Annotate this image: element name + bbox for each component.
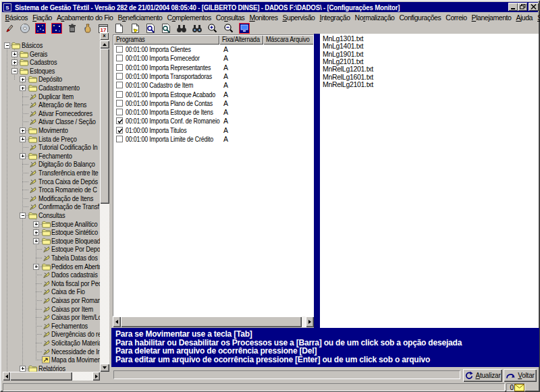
checkbox-unchecked[interactable] — [116, 109, 123, 115]
program-row-01-00-00-importa-titulos[interactable]: 01:00:00 Importa TitulosA — [113, 126, 313, 135]
program-row-00-01-00-importa-representantes[interactable]: 00:01:00 Importa RepresentantesA — [113, 63, 313, 72]
expand-expander[interactable] — [20, 76, 26, 82]
close-button[interactable] — [529, 3, 539, 11]
menu-item-correio[interactable]: Correio — [443, 13, 469, 22]
expand-expander[interactable] — [20, 85, 26, 91]
tree-item-cadastramento[interactable]: Cadastramento — [3, 84, 100, 92]
checkbox-unchecked[interactable] — [116, 64, 123, 71]
tree-vscroll-down[interactable] — [100, 364, 109, 372]
checkbox-unchecked[interactable] — [116, 55, 123, 61]
tree-item-estoque-bloquead[interactable]: Estoque Bloquead — [3, 237, 100, 246]
column-header-fixa-alternada[interactable]: Fixa/Alternada — [219, 35, 263, 45]
program-row-00-01-00-importa-clientes[interactable]: 00:01:00 Importa ClientesA — [113, 45, 313, 54]
expand-expander[interactable] — [20, 153, 26, 159]
menu-item-configuracoes[interactable]: Configurações — [397, 13, 443, 22]
panel-splitter[interactable] — [314, 34, 320, 328]
tree-item-pedidos-em-aberto[interactable]: Pedidos em Aberto — [3, 262, 100, 271]
tree-item-ativar-fornecedores[interactable]: Ativar Fornecedores — [3, 109, 100, 118]
tree-item-cadastros[interactable]: Cadastros — [3, 58, 100, 67]
preview-page2-icon[interactable] — [159, 23, 173, 34]
expand-expander[interactable] — [20, 136, 26, 142]
binoculars-icon[interactable] — [175, 23, 188, 34]
menu-item-ajuda[interactable]: Ajuda — [514, 13, 535, 22]
tree-item-tabela-datas-dos[interactable]: Tabela Datas dos — [3, 254, 100, 262]
column-header-mascara-arquivo[interactable]: Máscara Arquivo — [263, 35, 314, 45]
tree-item-necessidade-de-ir[interactable]: Necessidade de Ir — [3, 347, 100, 356]
table-hscrollbar[interactable] — [113, 316, 314, 327]
checkbox-unchecked[interactable] — [116, 91, 123, 98]
checkbox-unchecked[interactable] — [116, 46, 123, 53]
table-hscroll-thumb[interactable] — [121, 316, 302, 327]
column-header-programas[interactable]: Programas — [113, 35, 219, 45]
tree-item-modificacao-de-itens[interactable]: Modificação de Itens — [3, 194, 100, 203]
tree-item-consultas[interactable]: Consultas — [3, 211, 100, 220]
expand-expander[interactable] — [33, 221, 39, 227]
table-hscroll-right[interactable] — [306, 316, 314, 327]
tree-item-fechamento[interactable]: Fechamento — [3, 152, 100, 161]
tree-item-estoques[interactable]: Estoques — [3, 67, 100, 76]
program-row-00-01-00-cadastro-de-item[interactable]: 00:01:00 Cadastro de ItemA — [113, 81, 313, 90]
voltar-button[interactable]: Voltar — [504, 369, 537, 382]
tree-item-lista-de-preco[interactable]: Lista de Preço — [3, 135, 100, 144]
tree-hscroll-left[interactable] — [3, 372, 10, 381]
tree-item-fechamentos[interactable]: Fechamentos — [3, 322, 100, 331]
tree-item-mapa-da-movimen[interactable]: Mapa da Movimen — [3, 356, 100, 364]
copy-page-icon[interactable] — [128, 23, 142, 34]
menu-item-planejamento[interactable]: Planejamento — [469, 13, 514, 22]
program-row-00-01-00-importa-estoque-de-itens[interactable]: 00:01:00 Importa Estoque de ItensA — [113, 108, 313, 117]
program-row-00-01-00-importa-plano-de-contas[interactable]: 00:01:00 Importa Plano de ContasA — [113, 99, 313, 108]
menu-item-normalizacao[interactable]: Normalização — [352, 13, 397, 22]
menu-item-monitores[interactable]: Monitores — [247, 13, 280, 22]
tree-vscroll-up[interactable] — [100, 40, 109, 49]
collapse-expander[interactable] — [20, 213, 26, 219]
tree-item-divergencias-do-re[interactable]: Divergências do re — [3, 330, 100, 339]
tree-item-duplicar-item[interactable]: Duplicar Item — [3, 92, 100, 101]
tree-item-tutorial-codificacao-in[interactable]: Tutorial Codificação In — [3, 143, 100, 152]
expand-expander[interactable] — [33, 229, 39, 235]
menu-item-acabamento-do-fio[interactable]: Acabamento do Fio — [54, 13, 115, 22]
menu-item-complementos[interactable]: Complementos — [165, 13, 213, 22]
tree-item-troca-romaneio-de-c[interactable]: Troca Romaneio de C — [3, 186, 100, 194]
file-item-mnrellg2101-txt[interactable]: MnRelLg2101.txt — [323, 81, 373, 88]
program-row-00-01-00-importa-limite-de-credito[interactable]: 00:01:00 Importa Limite de CréditoA — [113, 135, 313, 144]
expand-expander[interactable] — [33, 238, 39, 244]
tree-vscrollbar[interactable] — [100, 40, 109, 372]
menu-item-beneficiamento[interactable]: Beneficiamento — [115, 13, 165, 22]
menu-item-consultas[interactable]: Consultas — [213, 13, 247, 22]
checkbox-checked[interactable] — [116, 117, 123, 124]
program-row-00-01-00-importa-fornecedor[interactable]: 00:01:00 Importa FornecedorA — [113, 54, 313, 63]
collapse-expander[interactable] — [11, 68, 18, 74]
tree-hscroll-right[interactable] — [92, 372, 100, 381]
tree-item-estoque-por-depo[interactable]: Estoque Por Depo — [3, 245, 100, 254]
binoculars2-icon[interactable] — [190, 23, 204, 34]
new-page-icon[interactable] — [112, 23, 126, 34]
expand-expander[interactable] — [11, 59, 18, 65]
tree-item-movimento[interactable]: Movimento — [3, 126, 100, 135]
tree-item-estoque-analitico[interactable]: Estoque Analítico — [3, 220, 100, 229]
menu-item-sair[interactable]: Sair — [535, 13, 540, 22]
tree-item-basicos[interactable]: Básicos — [3, 41, 100, 50]
tree-item-estoque-sintetico[interactable]: Estoque Sintético — [3, 228, 100, 237]
menu-item-fiacao[interactable]: Fiação — [30, 13, 55, 22]
minimize-button[interactable] — [508, 3, 518, 11]
zoom-out-icon[interactable] — [222, 23, 236, 34]
zoom-in-icon[interactable] — [206, 23, 219, 34]
checkbox-unchecked[interactable] — [116, 136, 123, 142]
expand-expander[interactable] — [20, 366, 26, 372]
tree-item-caixas-por-item[interactable]: Caixas por Item — [3, 305, 100, 314]
program-row-00-01-00-importa-conf-de-romaneio[interactable]: 00:01:00 Importa Conf. de RomaneioA — [113, 117, 313, 125]
tree-item-troca-caixa-de-depos[interactable]: Troca Caixa de Depós — [3, 177, 100, 186]
table-hscroll-left[interactable] — [113, 316, 121, 327]
tree-item-deposito[interactable]: Depósito — [3, 75, 100, 84]
tree-item-solicitacao-materia[interactable]: Solicitação Materia — [3, 339, 100, 347]
checkbox-unchecked[interactable] — [116, 100, 123, 107]
tree-vscroll-thumb[interactable] — [100, 49, 109, 204]
tree-item-transferencia-entre-ite[interactable]: Transferência entre Ite — [3, 169, 100, 177]
tree-item-caixas-por-roman[interactable]: Caixas por Roman — [3, 296, 100, 305]
tree-hscroll-thumb[interactable] — [10, 372, 72, 381]
tree-item-ativar-classe-secao[interactable]: Ativar Classe / Seção — [3, 117, 100, 126]
program-row-00-01-00-importa-transportadoras[interactable]: 00:01:00 Importa TransportadorasA — [113, 72, 313, 81]
checkbox-unchecked[interactable] — [116, 82, 123, 88]
file-item-mnlg1401-txt[interactable]: MnLg1401.txt — [323, 43, 363, 50]
tree-item-digitacao-do-balanco[interactable]: Digitação do Balanço — [3, 160, 100, 169]
